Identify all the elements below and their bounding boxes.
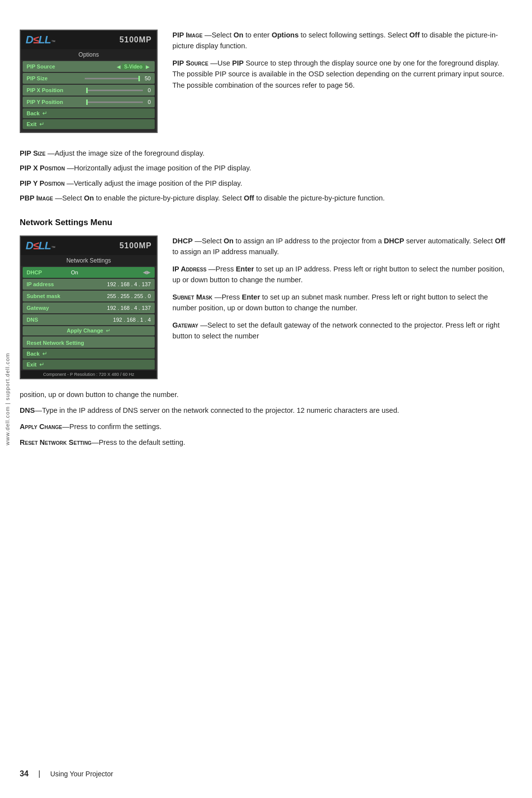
page-number: 34 xyxy=(20,769,29,778)
gateway-continued: position, up or down button to change th… xyxy=(20,389,512,400)
reset-network-text: Reset Network Setting—Press to the defau… xyxy=(20,437,512,448)
network-dell-logo: D≤LL ™ xyxy=(26,239,56,252)
side-text: www.dell.com | support.dell.com xyxy=(0,0,15,798)
footer-separator: | xyxy=(38,769,40,778)
bottom-descriptions: position, up or down button to change th… xyxy=(20,389,512,448)
network-osd-header: D≤LL ™ 5100MP xyxy=(21,236,157,255)
osd-status-bar: Component - P Resolution : 720 X 480 / 6… xyxy=(21,370,157,378)
osd-apply-row: Apply Change ↵ xyxy=(23,326,155,335)
osd-subtitle: Options xyxy=(21,49,157,60)
network-osd-screenshot: D≤LL ™ 5100MP Network Settings DHCP On ◀… xyxy=(20,235,158,379)
network-osd-subtitle: Network Settings xyxy=(21,255,157,266)
osd-exit-row: Exit ↵ xyxy=(23,119,155,129)
osd-network-back-row: Back ↵ xyxy=(23,349,155,359)
pip-x-position-text: PIP X Position —Horizontally adjust the … xyxy=(20,163,512,173)
osd-dns-row: DNS 192 . 168 . 1 . 4 xyxy=(23,314,155,325)
pip-descriptions: PIP Image —Select On to enter Options to… xyxy=(172,30,512,133)
pip-y-position-text: PIP Y Position —Vertically adjust the im… xyxy=(20,178,512,189)
osd-subnet-row: Subnet mask 255 . 255 . 255 . 0 xyxy=(23,291,155,301)
apply-change-text: Apply Change—Press to confirm the settin… xyxy=(20,421,512,432)
pip-osd-screenshot: D≤LL ™ 5100MP Options PIP Source ◀ S-Vid… xyxy=(20,30,158,133)
dell-logo: D≤LL ™ xyxy=(26,33,56,46)
osd-ip-row: IP address 192 . 168 . 4 . 137 xyxy=(23,279,155,290)
osd-reset-row: Reset Network Setting xyxy=(23,336,155,348)
pbp-image-text: PBP Image —Select On to enable the pictu… xyxy=(20,193,512,203)
osd-network-exit-row: Exit ↵ xyxy=(23,360,155,369)
network-section-heading: Network Settings Menu xyxy=(20,218,512,228)
osd-gateway-row: Gateway 192 . 168 . 4 . 137 xyxy=(23,302,155,313)
network-section: D≤LL ™ 5100MP Network Settings DHCP On ◀… xyxy=(20,235,512,379)
osd-back-row: Back ↵ xyxy=(23,108,155,118)
osd-header: D≤LL ™ 5100MP xyxy=(21,31,157,49)
dns-text: DNS—Type in the IP address of DNS server… xyxy=(20,405,512,416)
page-footer: 34 | Using Your Projector xyxy=(20,769,512,778)
osd-dhcp-row: DHCP On ◀▶ xyxy=(23,267,155,278)
network-descriptions: DHCP —Select On to assign an IP address … xyxy=(172,235,512,379)
osd-pip-source-row: PIP Source ◀ S-Video ▶ xyxy=(23,61,155,72)
osd-pip-size-row: PIP Size 50 xyxy=(23,73,155,84)
osd-pip-y-row: PIP Y Position 0 xyxy=(23,97,155,107)
osd-pip-x-row: PIP X Position 0 xyxy=(23,85,155,96)
pip-size-text: PIP Size —Adjust the image size of the f… xyxy=(20,148,512,159)
footer-text: Using Your Projector xyxy=(50,770,113,778)
